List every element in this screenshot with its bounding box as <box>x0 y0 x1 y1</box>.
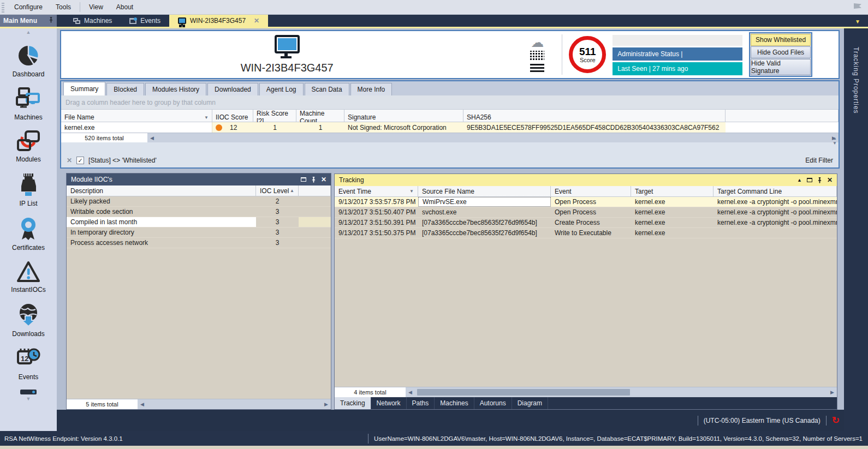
hide-good-files-button[interactable]: Hide Good Files <box>751 46 811 58</box>
sidebar-label: Machines <box>14 113 42 121</box>
last-seen-bar: Last Seen | 27 mins ago <box>613 62 742 75</box>
sidebar-item-modules[interactable]: Modules <box>16 130 41 163</box>
col-target-cmdline[interactable]: Target Command Line <box>714 186 837 196</box>
sidebar-item-ip-list[interactable]: IP List <box>19 172 38 207</box>
module-iocs-empty-area <box>67 248 331 399</box>
collapse-icon[interactable]: ▲ <box>797 177 802 183</box>
scroll-right-icon[interactable]: ▶ <box>828 387 837 397</box>
maximize-icon[interactable] <box>301 177 306 182</box>
sidebar-item-machines[interactable]: Machines <box>14 87 42 121</box>
col-event-time[interactable]: Event Time▼ <box>335 186 418 196</box>
main-menu-label: Main Menu <box>3 17 37 25</box>
menu-view[interactable]: View <box>82 1 110 13</box>
maximize-icon[interactable] <box>807 178 812 182</box>
col-description[interactable]: Description <box>67 185 256 196</box>
list-item[interactable]: In temporary directory3 <box>67 228 331 238</box>
pin-icon[interactable] <box>817 177 822 183</box>
close-icon[interactable]: ✕ <box>321 176 326 183</box>
refresh-icon[interactable]: ↻ <box>832 416 840 425</box>
tracking-pager: 4 items total ◀ ▶ <box>335 387 837 397</box>
cell-iioc-score: 12 <box>212 122 253 133</box>
sidebar-item-downloads[interactable]: Downloads <box>12 303 44 338</box>
sidebar-item-events[interactable]: 12 Events <box>16 347 40 381</box>
sidebar-scroll-down-icon[interactable]: ▼ <box>26 396 31 402</box>
footer-band: (UTC-05:00) Eastern Time (US Canada) ↻ <box>57 410 844 431</box>
tab-scan-data[interactable]: Scan Data <box>305 83 349 95</box>
list-item-selected[interactable]: Compiled in last month3 <box>67 217 331 228</box>
sidebar-item-partial[interactable]: ▼ <box>20 390 37 402</box>
sidebar-item-instantiocs[interactable]: InstantIOCs <box>11 261 45 294</box>
tab-tracking[interactable]: Tracking <box>335 397 371 409</box>
tab-machines-bottom[interactable]: Machines <box>435 397 474 409</box>
close-tab-icon[interactable]: ✕ <box>254 17 259 25</box>
tab-machine-detail[interactable]: WIN-2I3B4F3G457 ✕ <box>169 15 268 27</box>
module-iocs-titlebar[interactable]: Module IIOC's ✕ <box>67 173 331 185</box>
modules-grid-panel: Summary Blocked Modules History Download… <box>60 80 840 169</box>
table-row[interactable]: 9/13/2017 3:51:50.375 PM [07a3365cccbe7b… <box>335 228 837 238</box>
status-bar-empty <box>613 35 742 46</box>
col-event[interactable]: Event <box>551 186 631 196</box>
close-icon[interactable]: ✕ <box>827 176 833 184</box>
right-dock-strip: Tracking Properties <box>844 28 868 431</box>
chevron-down-icon[interactable]: ▼ <box>855 19 860 25</box>
module-iocs-header: Description IOC Level▲ <box>67 185 331 196</box>
vertical-scrollbar[interactable]: ▲▼ <box>833 136 837 146</box>
horizontal-scrollbar[interactable] <box>415 387 828 397</box>
menu-tools[interactable]: Tools <box>49 1 78 13</box>
col-target[interactable]: Target <box>631 186 714 196</box>
menu-configure[interactable]: Configure <box>8 1 49 13</box>
table-row[interactable]: 9/13/2017 3:51:50.407 PM svchost.exe Ope… <box>335 207 837 218</box>
tab-events[interactable]: Events <box>121 15 169 27</box>
tab-agent-log[interactable]: Agent Log <box>259 83 304 95</box>
grid-tab-bar: Summary Blocked Modules History Download… <box>61 81 839 95</box>
table-row[interactable]: 9/13/2017 3:51:50.391 PM [07a3365cccbe7b… <box>335 218 837 228</box>
tab-blocked[interactable]: Blocked <box>106 83 144 95</box>
items-total: 4 items total <box>335 387 406 397</box>
tab-network[interactable]: Network <box>371 397 407 409</box>
items-total: 520 items total <box>61 133 147 142</box>
list-item[interactable]: Writable code section3 <box>67 207 331 217</box>
tab-autoruns[interactable]: Autoruns <box>474 397 512 409</box>
scroll-left-icon[interactable]: ◀ <box>138 399 147 409</box>
tab-downloaded[interactable]: Downloaded <box>207 83 258 95</box>
tab-diagram[interactable]: Diagram <box>512 397 548 409</box>
tracking-titlebar[interactable]: Tracking ▲ ✕ <box>335 174 837 186</box>
tab-modules-history[interactable]: Modules History <box>145 83 206 95</box>
grid-header-row: File Name▼ IIOC Score Risk Score [?] Mac… <box>61 110 839 122</box>
scroll-left-icon[interactable]: ◀ <box>147 133 157 142</box>
tab-paths[interactable]: Paths <box>407 397 435 409</box>
filter-row: ✕ ✓ [Status] <> 'Whitelisted' Edit Filte… <box>61 153 839 167</box>
tab-summary[interactable]: Summary <box>63 82 105 95</box>
pin-icon[interactable] <box>49 17 53 25</box>
scroll-right-icon[interactable]: ▶ <box>322 399 331 409</box>
filter-checkbox[interactable]: ✓ <box>76 157 84 164</box>
cell-machine-count: 1 <box>296 122 344 133</box>
remove-filter-icon[interactable]: ✕ <box>67 157 72 164</box>
administrative-status-bar[interactable]: Administrative Status | <box>613 47 742 61</box>
col-source-file[interactable]: Source File Name <box>418 186 551 196</box>
scrollbar-thumb[interactable] <box>417 389 630 396</box>
group-by-hint[interactable]: Drag a column header here to group by th… <box>61 95 839 110</box>
sidebar-item-dashboard[interactable]: Dashboard <box>13 44 45 78</box>
edit-filter-link[interactable]: Edit Filter <box>805 157 833 164</box>
table-row[interactable]: kernel.exe 12 1 1 Not Signed: Microsoft … <box>61 122 839 133</box>
scroll-left-icon[interactable]: ◀ <box>406 387 415 397</box>
menu-about[interactable]: About <box>110 1 140 13</box>
bottom-edge <box>0 446 868 449</box>
list-item[interactable]: Process accesses network3 <box>67 238 331 248</box>
list-item[interactable]: Likely packed2 <box>67 196 331 207</box>
hide-valid-signature-button[interactable]: Hide Valid Signature <box>751 59 811 75</box>
tracking-properties-tab[interactable]: Tracking Properties <box>852 47 860 114</box>
table-row-selected[interactable]: 9/13/2017 3:53:57.578 PM WmiPrvSE.exe Op… <box>335 197 837 207</box>
main-menu-header[interactable]: Main Menu <box>0 15 57 27</box>
col-ioc-level[interactable]: IOC Level▲ <box>256 185 299 196</box>
sort-asc-icon: ▲ <box>290 188 294 193</box>
pin-icon[interactable] <box>311 177 316 183</box>
cell-file-name[interactable]: kernel.exe <box>61 122 212 133</box>
sidebar-scroll-up-icon[interactable]: ▲ <box>26 29 31 35</box>
show-whitelisted-button[interactable]: Show Whitelisted <box>751 34 811 46</box>
tab-more-info[interactable]: More Info <box>350 83 393 95</box>
sidebar-item-certificates[interactable]: Certificates <box>12 217 45 252</box>
tab-machines[interactable]: Machines <box>64 15 121 27</box>
cloud-icon: ☁ <box>531 37 544 48</box>
